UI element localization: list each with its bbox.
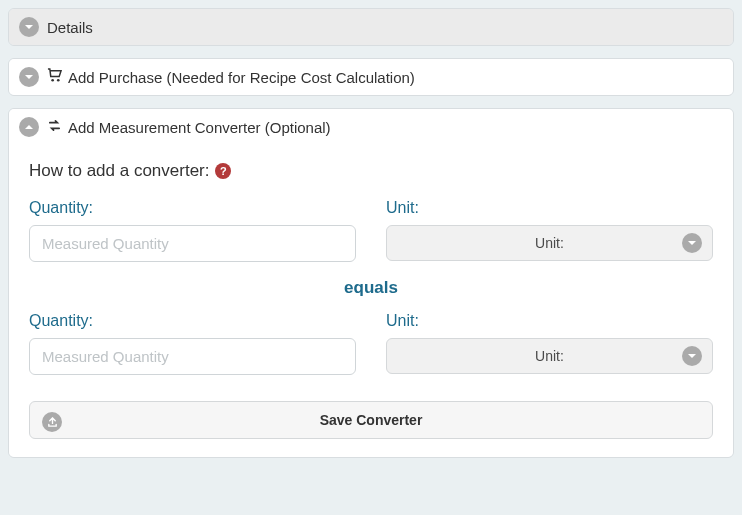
to-unit-select[interactable]: Unit: xyxy=(386,338,713,374)
chevron-up-icon xyxy=(19,117,39,137)
save-row: Save Converter xyxy=(29,401,713,439)
converter-title: Add Measurement Converter (Optional) xyxy=(68,119,331,136)
to-quantity-input[interactable] xyxy=(29,338,356,375)
chevron-down-icon xyxy=(682,346,702,366)
equals-label: equals xyxy=(29,278,713,298)
from-unit-select[interactable]: Unit: xyxy=(386,225,713,261)
from-quantity-col: Quantity: xyxy=(29,199,356,262)
details-panel: Details xyxy=(8,8,734,46)
export-icon xyxy=(42,412,62,432)
to-quantity-col: Quantity: xyxy=(29,312,356,375)
chevron-down-icon xyxy=(682,233,702,253)
from-row: Quantity: Unit: Unit: xyxy=(29,199,713,262)
chevron-down-icon xyxy=(19,67,39,87)
converter-panel: Add Measurement Converter (Optional) How… xyxy=(8,108,734,458)
details-panel-header[interactable]: Details xyxy=(9,9,733,45)
to-unit-label: Unit: xyxy=(386,312,713,330)
from-unit-selected: Unit: xyxy=(535,235,564,251)
from-quantity-input[interactable] xyxy=(29,225,356,262)
converter-instructions-row: How to add a converter: ? xyxy=(29,161,713,181)
save-converter-button[interactable]: Save Converter xyxy=(29,401,713,439)
help-icon[interactable]: ? xyxy=(215,163,231,179)
cart-icon xyxy=(47,68,62,86)
save-converter-label: Save Converter xyxy=(320,412,423,428)
purchase-panel-header[interactable]: Add Purchase (Needed for Recipe Cost Cal… xyxy=(9,59,733,95)
svg-point-0 xyxy=(51,79,54,82)
purchase-title: Add Purchase (Needed for Recipe Cost Cal… xyxy=(68,69,415,86)
from-unit-label: Unit: xyxy=(386,199,713,217)
details-title: Details xyxy=(47,19,93,36)
from-quantity-label: Quantity: xyxy=(29,199,356,217)
svg-point-1 xyxy=(57,79,60,82)
to-quantity-label: Quantity: xyxy=(29,312,356,330)
to-unit-selected: Unit: xyxy=(535,348,564,364)
to-row: Quantity: Unit: Unit: xyxy=(29,312,713,375)
converter-instructions: How to add a converter: xyxy=(29,161,209,181)
converter-panel-header[interactable]: Add Measurement Converter (Optional) xyxy=(9,109,733,145)
from-unit-col: Unit: Unit: xyxy=(386,199,713,262)
swap-icon xyxy=(47,118,62,136)
to-unit-col: Unit: Unit: xyxy=(386,312,713,375)
converter-body: How to add a converter: ? Quantity: Unit… xyxy=(9,145,733,457)
chevron-down-icon xyxy=(19,17,39,37)
purchase-panel: Add Purchase (Needed for Recipe Cost Cal… xyxy=(8,58,734,96)
